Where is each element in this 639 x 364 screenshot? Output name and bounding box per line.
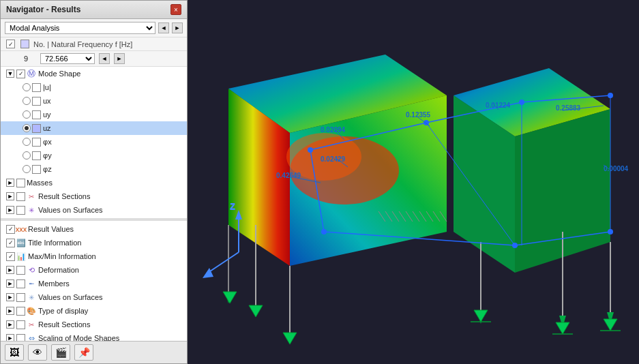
toolbar-btn-2[interactable]: 👁 [28,344,47,361]
phix-icon [32,138,41,147]
result-sections-2-icon: ✂ [27,320,36,329]
masses-item[interactable]: ► Masses [1,176,187,189]
frequency-checkbox[interactable] [6,40,15,48]
members-icon: ╾ [27,279,36,288]
u-abs-label: |u| [43,83,51,91]
result-sections-2-item[interactable]: ► ✂ Result Sections [1,318,187,331]
title-info-checkbox[interactable] [6,239,15,247]
phix-item[interactable]: φx [1,135,187,149]
values-surfaces-1-checkbox[interactable] [16,206,25,215]
nav-next-button[interactable]: ► [172,22,183,33]
frequency-square [20,40,29,48]
type-display-item[interactable]: ► 🎨 Type of display [1,304,187,318]
u-abs-radio[interactable] [23,83,31,91]
type-display-checkbox[interactable] [16,307,25,316]
result-sections-1-icon: ✂ [27,192,36,201]
mode-shape-icon: Ⓜ [27,69,36,78]
type-display-icon: 🎨 [27,306,36,316]
ux-item[interactable]: ux [1,94,187,108]
navigator-panel: Navigator - Results × Modal Analysis ◄ ►… [0,0,188,364]
members-expand[interactable]: ► [6,279,14,288]
uz-radio[interactable] [23,124,31,132]
uz-icon [32,124,41,133]
members-checkbox[interactable] [16,279,25,288]
mode-shape-checkbox[interactable] [16,70,25,78]
result-values-icon: xxx [16,224,26,234]
result-values-label: Result Values [28,225,74,233]
maxmin-checkbox[interactable] [6,252,15,261]
phiy-label: φy [43,151,52,160]
phix-radio[interactable] [23,138,31,146]
toolbar-btn-3[interactable]: 🎬 [51,344,70,361]
values-surfaces-1-item[interactable]: ► ✳ Values on Surfaces [1,203,187,217]
result-sections-1-expand[interactable]: ► [6,192,14,200]
masses-expand[interactable]: ► [6,179,14,187]
toolbar-btn-4[interactable]: 📌 [74,344,93,361]
scaling-item[interactable]: ► ⇔ Scaling of Mode Shapes [1,331,187,341]
values-surfaces-2-icon: ✳ [27,292,36,302]
svg-point-29 [512,243,518,248]
title-info-icon: 🔤 [16,238,26,247]
freq-prev-button[interactable]: ◄ [99,53,110,64]
toolbar-btn-1[interactable]: 🖼 [5,344,24,361]
u-abs-item[interactable]: |u| [1,80,187,94]
result-sections-1-item[interactable]: ► ✂ Result Sections [1,189,187,203]
ux-radio[interactable] [23,97,31,105]
frequency-number: 9 [24,55,36,63]
frequency-row: No. | Natural Frequency f [Hz] [1,37,187,51]
result-values-item[interactable]: xxx Result Values [1,222,187,236]
values-surfaces-2-label: Values on Surfaces [38,293,103,301]
phiz-item[interactable]: φz [1,162,187,176]
uy-icon [32,110,41,119]
phiz-radio[interactable] [23,165,31,173]
svg-point-26 [519,100,524,105]
values-surfaces-1-expand[interactable]: ► [6,206,14,214]
values-surfaces-1-icon: ✳ [27,205,36,215]
mode-shape-expand[interactable]: ▼ [6,70,14,78]
result-sections-2-expand[interactable]: ► [6,320,14,329]
result-values-checkbox[interactable] [6,225,15,234]
dropdown-bar: Modal Analysis ◄ ► [1,19,187,37]
svg-point-27 [608,93,613,98]
result-sections-2-label: Result Sections [38,320,90,329]
analysis-dropdown[interactable]: Modal Analysis [5,22,155,34]
scaling-expand[interactable]: ► [6,334,14,341]
bottom-toolbar: 🖼 👁 🎬 📌 [1,341,187,363]
svg-point-28 [321,229,327,234]
viewport-3d: Z 0.42649 0.02094 0.02429 0.12355 0.0122… [188,0,639,364]
result-sections-1-checkbox[interactable] [16,192,25,201]
frequency-select[interactable]: 72.566 [40,53,95,64]
members-label: Members [38,279,70,288]
ux-label: ux [43,97,51,105]
svg-point-30 [608,229,613,234]
close-button[interactable]: × [170,4,181,15]
uy-radio[interactable] [23,110,31,119]
values-surfaces-2-expand[interactable]: ► [6,293,14,301]
title-info-label: Title Information [28,239,81,247]
members-item[interactable]: ► ╾ Members [1,277,187,290]
result-sections-2-checkbox[interactable] [16,320,25,329]
uz-item[interactable]: uz [1,121,187,135]
phiz-icon [32,165,41,174]
scaling-checkbox[interactable] [16,334,25,342]
u-abs-icon [32,83,41,92]
phiz-label: φz [43,165,52,173]
freq-next-button[interactable]: ► [114,53,125,64]
uy-item[interactable]: uy [1,108,187,121]
deformation-checkbox[interactable] [16,266,25,275]
type-display-expand[interactable]: ► [6,307,14,315]
title-info-item[interactable]: 🔤 Title Information [1,236,187,249]
deformation-item[interactable]: ► ⟲ Deformation [1,263,187,277]
values-surfaces-2-item[interactable]: ► ✳ Values on Surfaces [1,290,187,304]
scaling-icon: ⇔ [27,333,36,341]
nav-prev-button[interactable]: ◄ [158,22,169,33]
phiy-radio[interactable] [23,151,31,160]
values-surfaces-2-checkbox[interactable] [16,293,25,302]
type-display-label: Type of display [38,307,88,315]
uz-label: uz [43,124,51,132]
deformation-expand[interactable]: ► [6,266,14,274]
maxmin-item[interactable]: 📊 Max/Min Information [1,249,187,263]
masses-checkbox[interactable] [16,179,25,187]
mode-shape-item[interactable]: ▼ Ⓜ Mode Shape [1,67,187,80]
phiy-item[interactable]: φy [1,149,187,162]
